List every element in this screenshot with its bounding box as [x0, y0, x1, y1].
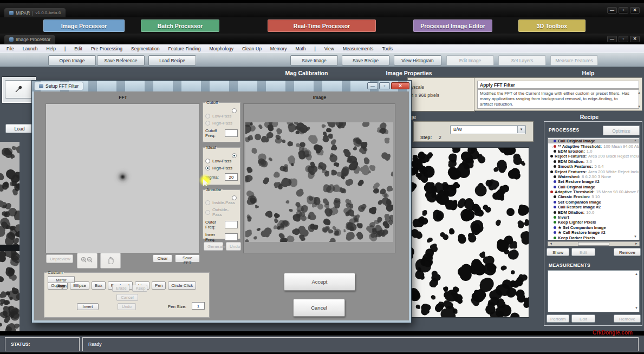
- menu-item[interactable]: |: [60, 46, 70, 51]
- process-list-item[interactable]: Call Original Image: [548, 139, 639, 143]
- cutoff-lowpass-radio[interactable]: [205, 114, 210, 119]
- zoom-tool-button[interactable]: [77, 253, 97, 268]
- process-list-item[interactable]: Set Restore Image #2: [548, 179, 639, 184]
- launcher-button[interactable]: 3D Toolbox: [518, 19, 586, 32]
- minimize-icon[interactable]: —: [607, 36, 617, 42]
- menu-item[interactable]: Segmentation: [127, 46, 164, 51]
- dialog-titlebar[interactable]: Setup FFT Filter — ▫ ✕: [32, 81, 411, 91]
- remove-button[interactable]: Remove: [614, 248, 641, 256]
- custom-tool-button[interactable]: Circle Click: [168, 281, 196, 290]
- sigma-input[interactable]: [225, 173, 238, 181]
- scroll-right-icon[interactable]: ►: [635, 242, 638, 246]
- accept-button[interactable]: Accept: [284, 273, 355, 291]
- inner-freq-input[interactable]: [225, 233, 238, 241]
- process-list-item[interactable]: Classic Erosion: 5 10: [548, 194, 639, 199]
- process-list-item[interactable]: Call Restore Image #2: [548, 205, 639, 209]
- erase-button[interactable]: Erase: [112, 285, 129, 292]
- process-list-item[interactable]: ★ Call Restore Image #2: [548, 230, 639, 235]
- image-processor-tab[interactable]: Image Processor: [4, 35, 55, 44]
- toolbar-button[interactable]: Edit Image: [446, 55, 494, 65]
- clear-button[interactable]: Clear: [153, 254, 172, 263]
- maximize-icon[interactable]: ▫: [379, 82, 390, 89]
- toolbar-button[interactable]: Load Recipe: [148, 55, 196, 65]
- toolbar-button[interactable]: Open Image: [48, 55, 96, 65]
- annular-enable-radio[interactable]: [232, 195, 237, 200]
- process-list-item[interactable]: Reject Features: Area 200 Black Reject I…: [548, 154, 639, 159]
- edit-button[interactable]: Edit: [571, 248, 595, 256]
- hscroll-thumb[interactable]: [578, 242, 609, 246]
- close-icon[interactable]: ✕: [391, 82, 409, 89]
- cutoff-enable-radio[interactable]: [232, 108, 237, 113]
- menu-item[interactable]: Pre-Processing: [87, 46, 127, 51]
- cancel-button[interactable]: Cancel: [293, 299, 345, 317]
- ideal-enable-radio[interactable]: [232, 153, 237, 158]
- menu-item[interactable]: Memory: [266, 46, 291, 51]
- toolbar-button[interactable]: View Histogram: [394, 55, 441, 65]
- eyedropper-button[interactable]: [5, 80, 32, 99]
- menu-item[interactable]: |: [310, 46, 320, 51]
- minimize-icon[interactable]: —: [607, 7, 617, 14]
- invert-button[interactable]: Invert: [77, 303, 99, 310]
- generate-button[interactable]: Generate: [204, 242, 223, 251]
- process-list-item[interactable]: → ** Adaptive Threshold: 100 Mean 94.00 …: [548, 143, 639, 148]
- menu-item[interactable]: Help: [42, 46, 60, 51]
- menu-item[interactable]: View: [320, 46, 339, 51]
- process-list-item[interactable]: Adaptive Threshold: 15 Mean 98.00 Above …: [548, 189, 639, 194]
- menu-item[interactable]: Math: [291, 46, 310, 51]
- menu-item[interactable]: Launch: [18, 46, 42, 51]
- process-list-item[interactable]: Set Companion Image: [548, 200, 639, 205]
- cancel-draw-button[interactable]: Cancel: [116, 294, 138, 301]
- unpreview-button[interactable]: Unpreview: [46, 254, 73, 263]
- maximize-icon[interactable]: ▫: [619, 36, 628, 42]
- remove-measurement-button[interactable]: Remove: [614, 314, 641, 323]
- toolbar-button[interactable]: Set Layers: [498, 55, 546, 65]
- close-icon[interactable]: ✕: [630, 36, 640, 42]
- custom-tool-button[interactable]: Box: [92, 281, 106, 290]
- scroll-up-icon[interactable]: ▲: [638, 91, 641, 94]
- launcher-button[interactable]: Real-Time Processor: [268, 19, 376, 32]
- custom-tool-button[interactable]: Pen: [152, 281, 166, 290]
- keep-button[interactable]: Keep: [132, 285, 147, 292]
- pan-tool-button[interactable]: [100, 253, 121, 268]
- launcher-button[interactable]: Batch Processor: [141, 19, 219, 32]
- scroll-left-icon[interactable]: ◄: [549, 242, 552, 246]
- process-list-item[interactable]: Call Original Image: [548, 185, 639, 189]
- image-mode-dropdown[interactable]: B/W ▼: [450, 125, 526, 134]
- chevron-down-icon[interactable]: ▼: [517, 126, 525, 133]
- process-list-item[interactable]: EDM Dilation: 3.0: [548, 159, 639, 164]
- process-list-hscrollbar[interactable]: ◄ ►: [548, 241, 640, 246]
- process-list-item[interactable]: Keep Darker Pixels: [548, 235, 639, 240]
- annular-insidepass-radio[interactable]: [205, 200, 210, 205]
- process-list-item[interactable]: Invert: [548, 215, 639, 220]
- scroll-down-icon[interactable]: ▼: [635, 306, 638, 310]
- maximize-icon[interactable]: ▫: [619, 7, 628, 14]
- toolbar-button[interactable]: Measure Features: [550, 55, 598, 65]
- launcher-button[interactable]: Image Processor: [43, 19, 125, 32]
- scroll-down-icon[interactable]: ▼: [634, 235, 637, 238]
- menu-item[interactable]: File: [2, 46, 18, 51]
- scroll-up-icon[interactable]: ▲: [635, 272, 638, 276]
- cutoff-freq-input[interactable]: [225, 129, 238, 137]
- show-button[interactable]: Show: [547, 248, 569, 256]
- ideal-lowpass-radio[interactable]: [205, 159, 210, 163]
- optimize-button[interactable]: Optimize: [603, 126, 640, 135]
- menu-item[interactable]: Feature-Finding: [164, 46, 205, 51]
- cutoff-highpass-radio[interactable]: [205, 121, 210, 126]
- process-list-item[interactable]: EDM Dilation: 10.0: [548, 209, 639, 214]
- scroll-down-icon[interactable]: ▼: [638, 105, 641, 108]
- fft-display[interactable]: [45, 103, 200, 253]
- ideal-highpass-radio[interactable]: [205, 166, 210, 171]
- menu-item[interactable]: Morphology: [205, 46, 238, 51]
- launcher-button[interactable]: Processed Image Editor: [413, 19, 492, 32]
- process-list-item[interactable]: ★ Set Companion Image: [548, 225, 639, 230]
- undo-draw-button[interactable]: Undo: [118, 303, 136, 310]
- annular-outsidepass-radio[interactable]: [205, 210, 210, 215]
- perform-button[interactable]: Perform: [547, 314, 569, 323]
- process-list-item[interactable]: Reject Features: Area 200 White Reject I…: [548, 169, 639, 174]
- process-list-item[interactable]: Smooth Features: 5 0.4: [548, 164, 639, 169]
- process-list-item[interactable]: Keep Lighter Pixels: [548, 220, 639, 225]
- process-list-item[interactable]: EDM Erosion: 1.0: [548, 149, 639, 154]
- mirror-button[interactable]: Mirror Origin: [48, 276, 75, 283]
- outer-freq-input[interactable]: [225, 221, 238, 228]
- process-list-item[interactable]: Watershed: 8 6.2.50 3 None: [548, 174, 639, 179]
